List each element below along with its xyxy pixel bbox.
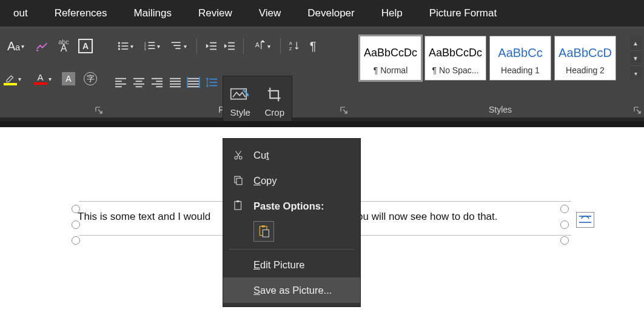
styles-scroll-down-icon[interactable]: ▼ <box>629 51 642 66</box>
justify-button[interactable] <box>167 74 183 90</box>
svg-rect-59 <box>262 225 265 227</box>
svg-rect-13 <box>173 45 181 46</box>
distributed-button[interactable] <box>186 74 201 90</box>
styles-group-launcher-icon[interactable] <box>633 106 642 114</box>
bullets-button[interactable]: ▾ <box>113 38 137 54</box>
svg-rect-19 <box>228 45 235 47</box>
picture-style-label: Style <box>230 107 250 117</box>
line-spacing-button[interactable] <box>204 74 220 90</box>
svg-rect-55 <box>236 178 242 185</box>
style-heading-2[interactable]: AaBbCcD Heading 2 <box>554 36 616 81</box>
svg-rect-34 <box>152 84 163 85</box>
separator <box>196 38 197 54</box>
character-shading-button[interactable]: A <box>61 71 76 87</box>
change-case-button[interactable]: Aa▾ <box>4 38 28 54</box>
tab-picture-format[interactable]: Picture Format <box>416 0 510 27</box>
svg-rect-44 <box>187 77 188 88</box>
align-right-button[interactable] <box>149 74 165 90</box>
ribbon-group-styles: AaBbCcDc ¶ Normal AaBbCcDc ¶ No Spac... … <box>357 27 644 118</box>
svg-rect-17 <box>210 49 216 50</box>
svg-rect-38 <box>170 84 181 85</box>
svg-rect-43 <box>188 86 199 87</box>
align-left-button[interactable] <box>113 74 129 90</box>
svg-rect-14 <box>175 48 180 49</box>
ctx-paste-options-row <box>223 219 360 247</box>
picture-mini-toolbar: Style Crop <box>223 76 292 123</box>
svg-rect-32 <box>152 78 163 79</box>
svg-rect-1 <box>121 42 128 44</box>
svg-text:Z: Z <box>289 46 292 51</box>
align-center-button[interactable] <box>131 74 147 90</box>
increase-indent-button[interactable] <box>221 38 237 54</box>
font-group-launcher-icon[interactable] <box>95 106 103 114</box>
styles-scroll-up-icon[interactable]: ▲ <box>629 36 642 51</box>
paragraph-group-launcher-icon[interactable] <box>340 106 348 114</box>
enclose-characters-button[interactable]: 字 <box>82 71 98 87</box>
layout-options-button[interactable] <box>576 212 594 228</box>
svg-rect-40 <box>188 78 199 79</box>
show-marks-button[interactable]: ¶ <box>305 38 321 54</box>
ctx-edit-picture[interactable]: Edit Picture <box>223 252 360 277</box>
phonetic-guide-button[interactable]: abc A <box>56 38 72 54</box>
highlight-color-button[interactable]: ▾ <box>0 71 24 87</box>
crop-button[interactable]: Crop <box>258 76 292 122</box>
styles-scrollbar[interactable]: ▲ ▼ ▾ <box>629 36 642 81</box>
selection-handles-left[interactable] <box>72 197 81 252</box>
svg-point-4 <box>118 48 119 50</box>
svg-rect-47 <box>209 82 217 83</box>
tab-help[interactable]: Help <box>368 0 416 27</box>
svg-rect-46 <box>209 79 217 80</box>
ctx-cut[interactable]: Cut <box>223 142 360 168</box>
svg-text:3: 3 <box>144 47 146 51</box>
svg-rect-39 <box>170 86 181 87</box>
style-no-spacing[interactable]: AaBbCcDc ¶ No Spac... <box>424 36 486 81</box>
tab-developer[interactable]: Developer <box>294 0 368 27</box>
sort-button[interactable]: AZ <box>287 38 303 54</box>
svg-rect-30 <box>133 84 144 85</box>
svg-rect-56 <box>235 202 241 210</box>
svg-rect-57 <box>236 200 240 202</box>
multilevel-list-button[interactable]: ▾ <box>166 38 190 54</box>
paste-keep-source-button[interactable] <box>253 221 274 242</box>
svg-rect-24 <box>115 78 126 79</box>
svg-rect-28 <box>133 78 144 79</box>
svg-rect-5 <box>121 48 128 50</box>
clear-formatting-button[interactable] <box>34 38 50 54</box>
tab-references[interactable]: References <box>41 0 121 27</box>
font-color-button[interactable]: A ▾ <box>30 71 55 87</box>
styles-expand-icon[interactable]: ▾ <box>629 66 642 81</box>
tab-view[interactable]: View <box>246 0 295 27</box>
decrease-indent-button[interactable] <box>203 38 219 54</box>
blank-icon <box>232 283 245 297</box>
svg-rect-33 <box>156 81 163 82</box>
svg-rect-42 <box>188 84 199 85</box>
style-heading-1[interactable]: AaBbCc Heading 1 <box>489 36 551 81</box>
tab-review[interactable]: Review <box>185 0 246 27</box>
cut-icon <box>232 148 245 162</box>
picture-style-button[interactable]: Style <box>223 76 258 122</box>
character-border-button[interactable]: A <box>78 38 93 54</box>
svg-rect-9 <box>148 45 155 46</box>
selection-handles-right[interactable] <box>560 197 570 252</box>
tab-layout[interactable]: out <box>0 0 41 27</box>
ctx-save-as-picture[interactable]: Save as Picture... <box>223 277 360 303</box>
ctx-copy[interactable]: Copy <box>223 168 360 193</box>
text-direction-button[interactable]: A▾ <box>250 38 274 54</box>
copy-icon <box>232 174 245 187</box>
svg-rect-36 <box>170 78 181 79</box>
svg-rect-37 <box>170 81 181 82</box>
styles-gallery: AaBbCcDc ¶ Normal AaBbCcDc ¶ No Spac... … <box>360 36 616 81</box>
svg-rect-45 <box>199 77 200 88</box>
svg-point-0 <box>118 42 119 44</box>
tab-mailings[interactable]: Mailings <box>121 0 185 27</box>
crop-label: Crop <box>264 107 284 117</box>
svg-rect-35 <box>156 86 163 87</box>
svg-rect-26 <box>115 84 126 85</box>
style-normal[interactable]: AaBbCcDc ¶ Normal <box>360 36 421 81</box>
svg-point-2 <box>118 45 119 47</box>
numbering-button[interactable]: 123▾ <box>139 38 164 54</box>
separator <box>243 38 244 54</box>
svg-rect-41 <box>188 81 199 82</box>
ribbon: Aa▾ abc A A ▾ A <box>0 27 644 117</box>
svg-rect-12 <box>171 42 180 43</box>
